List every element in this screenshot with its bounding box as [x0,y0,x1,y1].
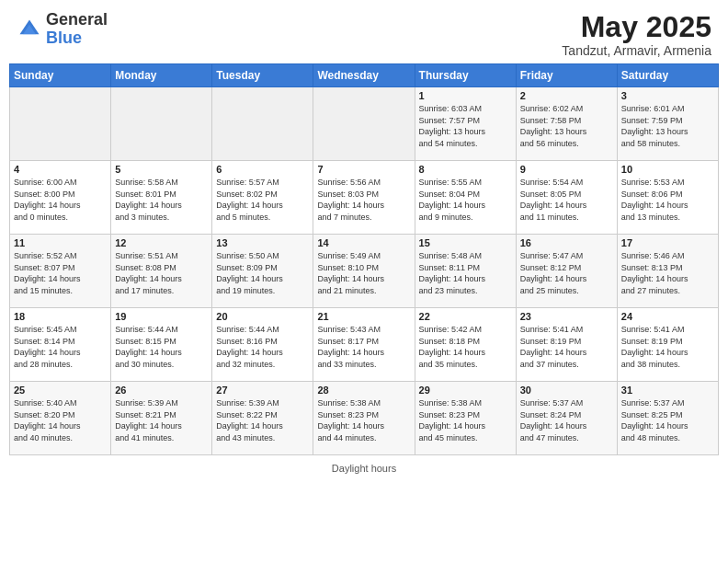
calendar-week-4: 18Sunrise: 5:45 AM Sunset: 8:14 PM Dayli… [10,308,719,382]
calendar-week-1: 1Sunrise: 6:03 AM Sunset: 7:57 PM Daylig… [10,87,719,161]
day-info: Sunrise: 5:37 AM Sunset: 8:24 PM Dayligh… [520,397,613,443]
day-number: 5 [115,164,208,175]
calendar-cell: 26Sunrise: 5:39 AM Sunset: 8:21 PM Dayli… [111,382,212,455]
calendar-week-5: 25Sunrise: 5:40 AM Sunset: 8:20 PM Dayli… [10,382,719,455]
day-number: 15 [419,237,512,248]
day-number: 10 [621,164,714,175]
logo: General Blue [17,11,108,48]
calendar-cell: 6Sunrise: 5:57 AM Sunset: 8:02 PM Daylig… [212,161,313,235]
day-number: 16 [520,237,613,248]
calendar-cell: 14Sunrise: 5:49 AM Sunset: 8:10 PM Dayli… [313,235,415,308]
day-number: 24 [621,311,714,322]
calendar-cell: 15Sunrise: 5:48 AM Sunset: 8:11 PM Dayli… [415,235,516,308]
weekday-header-tuesday: Tuesday [212,64,313,87]
calendar-week-2: 4Sunrise: 6:00 AM Sunset: 8:00 PM Daylig… [10,161,719,235]
calendar-cell: 1Sunrise: 6:03 AM Sunset: 7:57 PM Daylig… [415,87,516,161]
day-number: 25 [14,385,107,396]
calendar-cell: 3Sunrise: 6:01 AM Sunset: 7:59 PM Daylig… [617,87,718,161]
day-info: Sunrise: 5:41 AM Sunset: 8:19 PM Dayligh… [520,324,613,370]
daylight-hours-label: Daylight hours [332,463,396,474]
calendar-cell [212,87,313,161]
calendar-cell: 24Sunrise: 5:41 AM Sunset: 8:19 PM Dayli… [617,308,718,382]
day-number: 6 [216,164,309,175]
calendar-header: SundayMondayTuesdayWednesdayThursdayFrid… [10,64,719,87]
day-info: Sunrise: 6:01 AM Sunset: 7:59 PM Dayligh… [621,103,714,149]
weekday-header-wednesday: Wednesday [313,64,415,87]
calendar-cell: 31Sunrise: 5:37 AM Sunset: 8:25 PM Dayli… [617,382,718,455]
day-info: Sunrise: 5:54 AM Sunset: 8:05 PM Dayligh… [520,177,613,223]
day-number: 2 [520,90,613,101]
calendar-cell: 22Sunrise: 5:42 AM Sunset: 8:18 PM Dayli… [415,308,516,382]
calendar-cell: 25Sunrise: 5:40 AM Sunset: 8:20 PM Dayli… [10,382,111,455]
calendar-cell: 7Sunrise: 5:56 AM Sunset: 8:03 PM Daylig… [313,161,415,235]
day-number: 1 [419,90,512,101]
day-info: Sunrise: 5:37 AM Sunset: 8:25 PM Dayligh… [621,397,714,443]
day-info: Sunrise: 5:49 AM Sunset: 8:10 PM Dayligh… [317,250,410,296]
day-number: 19 [115,311,208,322]
day-info: Sunrise: 6:02 AM Sunset: 7:58 PM Dayligh… [520,103,613,149]
calendar-title: May 2025 [562,11,711,43]
day-info: Sunrise: 5:41 AM Sunset: 8:19 PM Dayligh… [621,324,714,370]
day-number: 12 [115,237,208,248]
calendar-cell: 8Sunrise: 5:55 AM Sunset: 8:04 PM Daylig… [415,161,516,235]
day-number: 8 [419,164,512,175]
logo-icon [17,17,42,42]
day-number: 17 [621,237,714,248]
calendar-cell [111,87,212,161]
calendar-cell: 2Sunrise: 6:02 AM Sunset: 7:58 PM Daylig… [516,87,617,161]
day-info: Sunrise: 5:57 AM Sunset: 8:02 PM Dayligh… [216,177,309,223]
day-number: 13 [216,237,309,248]
calendar-cell: 13Sunrise: 5:50 AM Sunset: 8:09 PM Dayli… [212,235,313,308]
day-number: 28 [317,385,410,396]
day-number: 22 [419,311,512,322]
calendar-cell: 29Sunrise: 5:38 AM Sunset: 8:23 PM Dayli… [415,382,516,455]
logo-general: General [46,10,108,29]
day-info: Sunrise: 5:44 AM Sunset: 8:16 PM Dayligh… [216,324,309,370]
calendar-cell: 28Sunrise: 5:38 AM Sunset: 8:23 PM Dayli… [313,382,415,455]
weekday-header-row: SundayMondayTuesdayWednesdayThursdayFrid… [10,64,719,87]
calendar-cell: 9Sunrise: 5:54 AM Sunset: 8:05 PM Daylig… [516,161,617,235]
calendar-cell: 17Sunrise: 5:46 AM Sunset: 8:13 PM Dayli… [617,235,718,308]
day-number: 31 [621,385,714,396]
calendar-body: 1Sunrise: 6:03 AM Sunset: 7:57 PM Daylig… [10,87,719,455]
day-info: Sunrise: 5:55 AM Sunset: 8:04 PM Dayligh… [419,177,512,223]
calendar-cell [313,87,415,161]
weekday-header-saturday: Saturday [617,64,718,87]
day-number: 3 [621,90,714,101]
day-info: Sunrise: 5:38 AM Sunset: 8:23 PM Dayligh… [419,397,512,443]
day-info: Sunrise: 5:39 AM Sunset: 8:22 PM Dayligh… [216,397,309,443]
calendar-cell: 10Sunrise: 5:53 AM Sunset: 8:06 PM Dayli… [617,161,718,235]
day-info: Sunrise: 5:45 AM Sunset: 8:14 PM Dayligh… [14,324,107,370]
day-info: Sunrise: 5:47 AM Sunset: 8:12 PM Dayligh… [520,250,613,296]
header: General Blue May 2025 Tandzut, Armavir, … [0,0,728,63]
day-number: 7 [317,164,410,175]
calendar-cell: 23Sunrise: 5:41 AM Sunset: 8:19 PM Dayli… [516,308,617,382]
day-info: Sunrise: 5:52 AM Sunset: 8:07 PM Dayligh… [14,250,107,296]
day-info: Sunrise: 6:00 AM Sunset: 8:00 PM Dayligh… [14,177,107,223]
day-info: Sunrise: 5:43 AM Sunset: 8:17 PM Dayligh… [317,324,410,370]
day-number: 23 [520,311,613,322]
calendar-cell: 12Sunrise: 5:51 AM Sunset: 8:08 PM Dayli… [111,235,212,308]
day-info: Sunrise: 5:53 AM Sunset: 8:06 PM Dayligh… [621,177,714,223]
day-number: 30 [520,385,613,396]
day-info: Sunrise: 5:56 AM Sunset: 8:03 PM Dayligh… [317,177,410,223]
weekday-header-friday: Friday [516,64,617,87]
calendar-cell: 18Sunrise: 5:45 AM Sunset: 8:14 PM Dayli… [10,308,111,382]
title-block: May 2025 Tandzut, Armavir, Armenia [562,11,711,58]
day-number: 11 [14,237,107,248]
calendar-cell [10,87,111,161]
logo-text: General Blue [46,11,108,48]
calendar-subtitle: Tandzut, Armavir, Armenia [562,43,711,58]
day-number: 14 [317,237,410,248]
day-info: Sunrise: 5:48 AM Sunset: 8:11 PM Dayligh… [419,250,512,296]
calendar-cell: 4Sunrise: 6:00 AM Sunset: 8:00 PM Daylig… [10,161,111,235]
day-info: Sunrise: 5:46 AM Sunset: 8:13 PM Dayligh… [621,250,714,296]
day-number: 9 [520,164,613,175]
weekday-header-monday: Monday [111,64,212,87]
calendar-cell: 16Sunrise: 5:47 AM Sunset: 8:12 PM Dayli… [516,235,617,308]
calendar-cell: 11Sunrise: 5:52 AM Sunset: 8:07 PM Dayli… [10,235,111,308]
calendar-cell: 19Sunrise: 5:44 AM Sunset: 8:15 PM Dayli… [111,308,212,382]
day-number: 29 [419,385,512,396]
day-info: Sunrise: 5:58 AM Sunset: 8:01 PM Dayligh… [115,177,208,223]
day-number: 27 [216,385,309,396]
